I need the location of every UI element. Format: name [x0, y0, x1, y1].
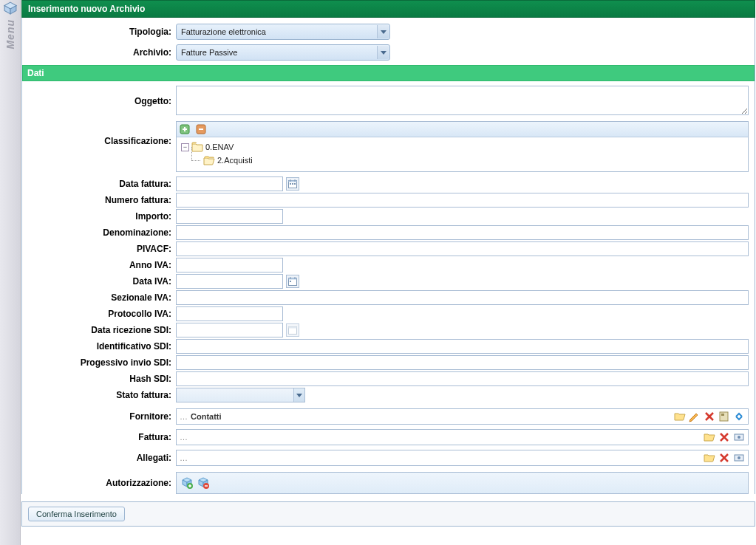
- svg-point-24: [738, 456, 740, 459]
- protocollo-iva-input[interactable]: [176, 306, 283, 321]
- classificazione-panel: − 0.ENAV 2.Acquisti: [176, 121, 749, 172]
- anno-iva-input[interactable]: [176, 258, 283, 272]
- archivio-value: Fatture Passive: [181, 48, 237, 57]
- calendar-icon[interactable]: [286, 177, 299, 191]
- svg-rect-10: [292, 183, 293, 185]
- allegati-lookup[interactable]: …: [176, 450, 749, 466]
- oggetto-input[interactable]: [176, 86, 749, 115]
- pivacf-input[interactable]: [176, 241, 749, 256]
- label-protocollo-iva: Protocollo IVA:: [28, 309, 176, 319]
- menu-cube-icon: [4, 1, 17, 15]
- data-fattura-input[interactable]: [176, 176, 283, 191]
- delete-x-icon[interactable]: [718, 431, 730, 443]
- cube-remove-icon[interactable]: [197, 477, 209, 489]
- label-allegati: Allegati:: [28, 453, 176, 463]
- chevron-down-icon: [377, 46, 389, 59]
- delete-node-icon[interactable]: [196, 123, 208, 135]
- svg-rect-20: [721, 414, 724, 416]
- menu-rail[interactable]: Menu: [0, 0, 21, 545]
- folder-open-icon[interactable]: [704, 431, 715, 443]
- label-fattura: Fattura:: [28, 432, 176, 442]
- label-denominazione: Denominazione:: [28, 227, 176, 238]
- menu-rail-label: Menu: [4, 19, 16, 49]
- conferma-label: Conferma Inserimento: [36, 510, 117, 518]
- label-data-ricezione-sdi: Data ricezione SDI:: [28, 325, 176, 335]
- fattura-lookup[interactable]: …: [176, 429, 749, 445]
- svg-rect-6: [289, 181, 297, 182]
- label-anno-iva: Anno IVA:: [28, 260, 176, 270]
- data-iva-input[interactable]: [176, 274, 283, 289]
- tree-node-root[interactable]: 0.ENAV: [205, 140, 234, 154]
- archivio-combo[interactable]: Fatture Passive: [176, 44, 390, 61]
- label-identificativo-sdi: Identificativo SDI:: [28, 341, 176, 352]
- label-pivacf: PIVACF:: [28, 244, 176, 254]
- svg-rect-13: [289, 278, 297, 280]
- numero-fattura-input[interactable]: [176, 193, 749, 208]
- window-title: Inserimento nuovo Archivio: [21, 0, 755, 18]
- label-numero-fattura: Numero fattura:: [28, 195, 176, 205]
- dots-icon: …: [180, 412, 188, 421]
- label-importo: Importo:: [28, 211, 176, 222]
- addressbook-icon[interactable]: [718, 411, 730, 422]
- dots-icon: …: [180, 433, 188, 442]
- label-progessivo-invio-sdi: Progessivo invio SDI:: [28, 357, 176, 368]
- identificativo-sdi-input[interactable]: [176, 339, 749, 354]
- data-ricezione-sdi-input[interactable]: [176, 323, 283, 337]
- svg-rect-19: [720, 412, 728, 421]
- label-tipologia: Tipologia:: [28, 27, 176, 37]
- svg-point-22: [738, 436, 740, 439]
- svg-rect-11: [294, 183, 296, 185]
- label-data-fattura: Data fattura:: [28, 179, 176, 189]
- classification-tree[interactable]: − 0.ENAV 2.Acquisti: [177, 137, 748, 171]
- scan-icon[interactable]: [733, 452, 745, 464]
- chevron-down-icon: [377, 25, 389, 38]
- denominazione-input[interactable]: [176, 225, 749, 240]
- label-autorizzazione: Autorizzazione:: [28, 478, 176, 488]
- tree-node-child[interactable]: 2.Acquisti: [217, 154, 253, 167]
- fornitore-lookup[interactable]: … Contatti: [176, 408, 749, 425]
- calendar-icon[interactable]: [286, 323, 299, 337]
- svg-rect-18: [289, 327, 297, 329]
- add-node-icon[interactable]: [180, 123, 191, 135]
- label-hash-sdi: Hash SDI:: [28, 374, 176, 384]
- edit-pencil-icon[interactable]: [689, 411, 701, 422]
- folder-open-icon[interactable]: [674, 411, 686, 422]
- hash-sdi-input[interactable]: [176, 371, 749, 386]
- label-oggetto: Oggetto:: [28, 86, 176, 106]
- folder-open-icon: [203, 155, 215, 165]
- sezionale-iva-input[interactable]: [176, 290, 749, 305]
- stato-fattura-combo[interactable]: [176, 388, 305, 402]
- folder-icon: [191, 142, 203, 152]
- label-classificazione: Classificazione:: [28, 121, 176, 146]
- cube-add-icon[interactable]: [181, 477, 193, 489]
- expand-icon[interactable]: [733, 411, 745, 422]
- calendar-icon[interactable]: [286, 275, 299, 288]
- dots-icon: …: [180, 453, 188, 462]
- label-sezionale-iva: Sezionale IVA:: [28, 292, 176, 303]
- section-header-dati: Dati: [22, 65, 755, 81]
- svg-rect-9: [290, 183, 291, 185]
- fornitore-value: Contatti: [191, 412, 671, 421]
- delete-x-icon[interactable]: [718, 452, 730, 464]
- svg-rect-16: [290, 281, 291, 282]
- chevron-down-icon: [293, 388, 304, 402]
- tipologia-value: Fatturazione elettronica: [181, 27, 266, 36]
- label-data-iva: Data IVA:: [28, 276, 176, 287]
- label-fornitore: Fornitore:: [28, 411, 176, 422]
- importo-input[interactable]: [176, 209, 283, 224]
- delete-x-icon[interactable]: [704, 411, 715, 422]
- tipologia-combo[interactable]: Fatturazione elettronica: [176, 24, 390, 40]
- label-stato-fattura: Stato fattura:: [28, 390, 176, 400]
- tree-collapse-icon[interactable]: −: [181, 143, 189, 151]
- progessivo-invio-sdi-input[interactable]: [176, 355, 749, 370]
- autorizzazione-panel: [176, 472, 749, 494]
- label-archivio: Archivio:: [28, 47, 176, 58]
- conferma-inserimento-button[interactable]: Conferma Inserimento: [28, 507, 125, 521]
- scan-icon[interactable]: [733, 431, 745, 443]
- folder-open-icon[interactable]: [704, 452, 715, 464]
